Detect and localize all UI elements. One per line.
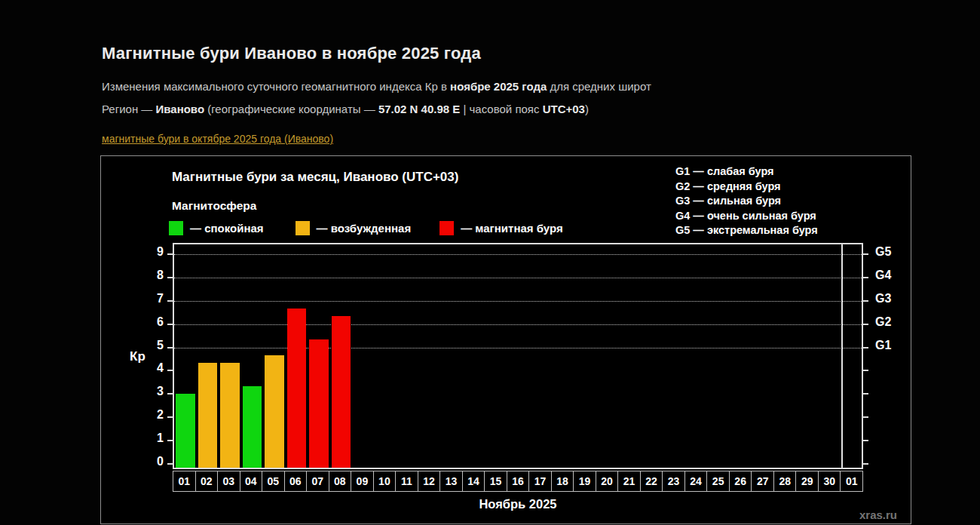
g-tick-label-G4: G4 bbox=[875, 269, 891, 282]
legend-swatch-quiet bbox=[169, 221, 183, 235]
legend-item-storm: — магнитная буря bbox=[439, 221, 563, 235]
day-cell-01: 01 bbox=[173, 471, 196, 492]
y-tick-right-9 bbox=[863, 253, 868, 255]
y-tick-label-9: 9 bbox=[133, 245, 164, 259]
g-legend-line: G2 — средняя буря bbox=[675, 180, 818, 195]
x-axis-month-label: Ноябрь 2025 bbox=[173, 497, 863, 511]
day-cell-10: 10 bbox=[373, 471, 397, 492]
y-tick-label-4: 4 bbox=[133, 361, 164, 375]
g-scale-legend: G1 — слабая буряG2 — средняя буряG3 — си… bbox=[675, 164, 818, 238]
day-cell-22: 22 bbox=[640, 471, 663, 492]
g-legend-line: G4 — очень сильная буря bbox=[675, 209, 818, 224]
day-cell-03: 03 bbox=[217, 471, 240, 492]
day-cell-14: 14 bbox=[462, 471, 485, 492]
gridline-kp7 bbox=[174, 301, 862, 302]
day-cell-05: 05 bbox=[262, 471, 285, 492]
g-tick-label-G5: G5 bbox=[875, 245, 891, 259]
y-tick-label-5: 5 bbox=[133, 339, 164, 352]
y-tick-right-3 bbox=[863, 393, 868, 395]
day-cell-04: 04 bbox=[240, 471, 263, 492]
y-tick-left-7 bbox=[167, 300, 173, 302]
y-tick-right-6 bbox=[863, 324, 868, 325]
region-coords: 57.02 N 40.98 E bbox=[378, 103, 460, 115]
kp-bar-day-01 bbox=[176, 394, 195, 468]
region-mid1: (географические координаты — bbox=[204, 103, 378, 115]
region-line: Регион — Иваново (географические координ… bbox=[102, 103, 980, 115]
y-tick-left-5 bbox=[167, 347, 173, 348]
region-timezone: UTC+03 bbox=[543, 103, 585, 115]
gridline-kp6 bbox=[174, 324, 862, 325]
day-cell-29: 29 bbox=[795, 471, 819, 492]
y-tick-left-9 bbox=[167, 253, 173, 255]
kp-bar-day-02 bbox=[198, 363, 218, 468]
day-cell-19: 19 bbox=[573, 471, 596, 492]
legend-item-unsettled: — возбужденная bbox=[296, 221, 412, 235]
page-title: Магнитные бури Иваново в ноябре 2025 год… bbox=[102, 44, 980, 63]
y-tick-label-6: 6 bbox=[133, 315, 164, 329]
y-tick-label-3: 3 bbox=[133, 385, 164, 398]
x-axis-day-row: 0102030405060708091011121314151617181920… bbox=[173, 471, 863, 492]
day-cell-21: 21 bbox=[617, 471, 641, 492]
subtitle-month: ноябре 2025 года bbox=[450, 80, 547, 93]
watermark: xras.ru bbox=[859, 508, 897, 521]
day-cell-23: 23 bbox=[662, 471, 685, 492]
day-cell-16: 16 bbox=[507, 471, 530, 492]
region-name: Иваново bbox=[156, 103, 205, 115]
day-cell-12: 12 bbox=[418, 471, 441, 492]
kp-bar-day-06 bbox=[287, 309, 307, 468]
y-tick-left-4 bbox=[167, 370, 173, 371]
chart-title: Магнитные бури за месяц, Иваново (UTC+03… bbox=[172, 170, 458, 185]
y-tick-left-3 bbox=[167, 393, 173, 395]
subtitle-suffix: для средних широт bbox=[547, 80, 651, 93]
kp-bar-day-03 bbox=[220, 363, 240, 468]
legend-label-storm: — магнитная буря bbox=[461, 222, 563, 235]
prev-month-link[interactable]: магнитные бури в октябре 2025 года (Иван… bbox=[102, 133, 333, 145]
day-cell-next-01: 01 bbox=[840, 471, 863, 492]
y-tick-right-4 bbox=[863, 370, 868, 371]
y-tick-label-7: 7 bbox=[133, 292, 164, 305]
day-cell-28: 28 bbox=[773, 471, 797, 492]
day-cell-18: 18 bbox=[551, 471, 574, 492]
day-cell-27: 27 bbox=[751, 471, 774, 492]
legend-item-quiet: — спокойная bbox=[169, 221, 264, 235]
legend-label-unsettled: — возбужденная bbox=[317, 222, 412, 235]
page-content: Магнитные бури Иваново в ноябре 2025 год… bbox=[0, 0, 980, 524]
region-suffix: ) bbox=[585, 103, 589, 115]
legend-row: — спокойная— возбужденная— магнитная бур… bbox=[169, 220, 563, 236]
kp-bar-day-08 bbox=[332, 316, 351, 468]
subtitle-line: Изменения максимального суточного геомаг… bbox=[102, 80, 980, 93]
day-cell-08: 08 bbox=[329, 471, 352, 492]
gridline-kp8 bbox=[174, 278, 862, 278]
plot-area bbox=[173, 243, 863, 469]
month-separator-line bbox=[841, 244, 843, 468]
day-cell-06: 06 bbox=[284, 471, 308, 492]
g-legend-line: G5 — экстремальная буря bbox=[675, 223, 818, 238]
y-tick-left-6 bbox=[167, 324, 173, 325]
day-cell-11: 11 bbox=[395, 471, 418, 492]
legend-label-quiet: — спокойная bbox=[190, 222, 264, 235]
day-cell-15: 15 bbox=[484, 471, 507, 492]
g-tick-label-G2: G2 bbox=[875, 315, 891, 329]
legend-swatch-storm bbox=[439, 221, 454, 235]
subtitle-prefix: Изменения максимального суточного геомаг… bbox=[102, 80, 450, 93]
legend-swatch-unsettled bbox=[296, 221, 310, 235]
g-legend-line: G3 — сильная буря bbox=[675, 194, 818, 209]
day-cell-13: 13 bbox=[439, 471, 463, 492]
g-legend-line: G1 — слабая буря bbox=[675, 164, 818, 180]
region-prefix: Регион — bbox=[102, 103, 156, 115]
day-cell-24: 24 bbox=[684, 471, 708, 492]
gridline-kp9 bbox=[174, 254, 862, 255]
region-mid2: | часовой пояс bbox=[460, 103, 542, 115]
y-tick-left-1 bbox=[167, 440, 173, 441]
day-cell-07: 07 bbox=[306, 471, 329, 492]
y-tick-label-2: 2 bbox=[133, 408, 164, 422]
y-tick-label-0: 0 bbox=[133, 455, 164, 468]
day-cell-30: 30 bbox=[818, 471, 841, 492]
gridline-kp5 bbox=[174, 348, 862, 348]
y-tick-right-8 bbox=[863, 277, 868, 278]
day-cell-02: 02 bbox=[195, 471, 219, 492]
day-cell-20: 20 bbox=[596, 471, 619, 492]
day-cell-25: 25 bbox=[706, 471, 730, 492]
y-tick-label-8: 8 bbox=[133, 269, 164, 282]
y-tick-left-8 bbox=[167, 277, 173, 278]
